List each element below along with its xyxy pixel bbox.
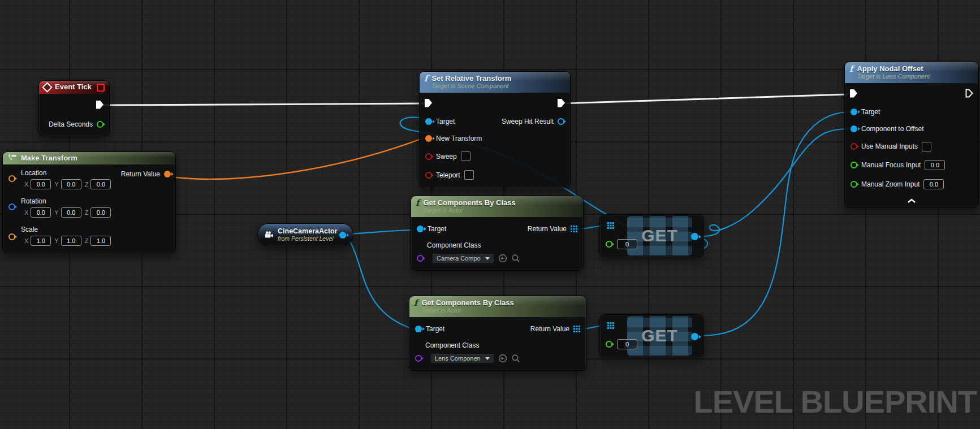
scale-z-field[interactable]: 1.0: [90, 236, 111, 246]
location-x-field[interactable]: 0.0: [31, 179, 51, 189]
component-class-dropdown[interactable]: Camera Compo: [432, 253, 494, 263]
axis-label-x: X: [24, 237, 28, 244]
pin-label: Return Value: [530, 325, 569, 333]
target-input-pin[interactable]: [415, 326, 422, 332]
use-manual-inputs-checkbox[interactable]: [922, 142, 931, 151]
new-transform-input-pin[interactable]: [425, 135, 432, 142]
node-header[interactable]: Make Transform: [3, 152, 175, 164]
node-title: Event Tick: [55, 83, 92, 91]
node-get-components-by-class-camera[interactable]: f Get Components By Class Target is Acto…: [411, 196, 584, 271]
use-selected-icon[interactable]: [498, 254, 507, 263]
index-input-pin[interactable]: [606, 241, 612, 248]
pin-label: New Transform: [436, 135, 482, 142]
graph-canvas[interactable]: Event Tick Delta Seconds Make Transform …: [0, 0, 980, 429]
node-header[interactable]: f Apply Nodal Offset Target is Lens Comp…: [845, 62, 978, 83]
rotation-y-field[interactable]: 0.0: [61, 207, 81, 218]
wire-cine-getcomplens: [344, 234, 413, 329]
target-input-pin[interactable]: [417, 226, 424, 232]
component-to-offset-input-pin[interactable]: [851, 125, 857, 132]
scale-y-field[interactable]: 1.0: [61, 236, 81, 246]
pin-label: Manual Zoom Input: [861, 180, 919, 188]
component-class-input-pin[interactable]: [415, 355, 422, 362]
target-input-pin[interactable]: [851, 109, 857, 115]
browse-search-icon[interactable]: [511, 254, 520, 263]
teleport-input-pin[interactable]: [425, 172, 432, 179]
location-input-pin[interactable]: [8, 175, 15, 182]
element-output-pin[interactable]: [691, 233, 698, 240]
node-header[interactable]: f Get Components By Class Target is Acto…: [411, 196, 583, 217]
node-title: Set Relative Transform: [431, 74, 511, 83]
rotation-input-pin[interactable]: [8, 203, 15, 210]
node-set-relative-transform[interactable]: f Set Relative Transform Target is Scene…: [419, 71, 571, 188]
node-cine-camera-actor[interactable]: CineCameraActor from Persistent Level: [257, 223, 353, 246]
exec-input-pin[interactable]: [850, 89, 857, 98]
node-title: Get Components By Class: [423, 198, 515, 207]
exec-output-pin[interactable]: [96, 101, 103, 109]
pin-label: Sweep: [436, 153, 457, 161]
axis-label-x: X: [24, 181, 28, 188]
node-subtitle: from Persistent Level: [278, 235, 338, 242]
sweep-input-pin[interactable]: [425, 153, 432, 160]
pin-label: Target: [426, 325, 444, 333]
component-class-dropdown[interactable]: Lens Componen: [430, 353, 494, 363]
pin-label: Component Class: [427, 241, 481, 249]
element-output-pin[interactable]: [691, 333, 698, 340]
delta-seconds-output-pin[interactable]: [97, 121, 103, 128]
function-icon: f: [416, 199, 419, 207]
node-title: Get Components By Class: [421, 298, 513, 307]
node-apply-nodal-offset[interactable]: f Apply Nodal Offset Target is Lens Comp…: [844, 62, 979, 208]
exec-input-pin[interactable]: [425, 99, 432, 107]
chevron-down-icon: [485, 257, 490, 260]
pin-label: Component to Offset: [861, 125, 924, 133]
axis-label-z: Z: [85, 209, 89, 216]
rotation-x-field[interactable]: 0.0: [31, 207, 51, 218]
manual-zoom-field[interactable]: 0.0: [923, 179, 944, 189]
level-blueprint-watermark: LEVEL BLUEPRINT: [694, 383, 977, 420]
array-input-pin[interactable]: [607, 222, 614, 229]
node-header[interactable]: f Set Relative Transform Target is Scene…: [420, 72, 570, 93]
manual-zoom-input-pin[interactable]: [851, 181, 857, 188]
scale-x-field[interactable]: 1.0: [31, 236, 51, 246]
target-input-pin[interactable]: [425, 118, 432, 125]
index-field[interactable]: 0: [617, 339, 637, 349]
actor-output-pin[interactable]: [339, 232, 346, 239]
axis-label-y: Y: [54, 209, 58, 216]
use-selected-icon[interactable]: [498, 354, 507, 363]
node-get-components-by-class-lens[interactable]: f Get Components By Class Target is Acto…: [409, 296, 586, 371]
node-array-get-camera[interactable]: GET 0: [599, 214, 704, 257]
teleport-checkbox[interactable]: [464, 170, 474, 180]
node-array-get-lens[interactable]: GET 0: [599, 314, 704, 357]
wire-exec-tick-setrel: [103, 103, 425, 105]
index-input-pin[interactable]: [606, 341, 612, 348]
scale-input-pin[interactable]: [8, 233, 15, 240]
wire-getcam-apply-offset: [694, 129, 849, 236]
browse-search-icon[interactable]: [511, 354, 520, 363]
location-y-field[interactable]: 0.0: [61, 179, 81, 189]
index-field[interactable]: 0: [617, 239, 637, 249]
exec-output-pin[interactable]: [965, 89, 973, 98]
return-value-array-output-pin[interactable]: [573, 326, 580, 332]
camera-icon: [265, 231, 274, 239]
rotation-z-field[interactable]: 0.0: [90, 207, 111, 218]
axis-label-y: Y: [54, 237, 58, 244]
sweep-checkbox[interactable]: [461, 151, 470, 161]
use-manual-inputs-pin[interactable]: [851, 143, 857, 150]
event-diamond-icon: [42, 82, 52, 92]
exec-output-pin[interactable]: [558, 99, 565, 107]
node-make-transform[interactable]: Make Transform Return Value Location X0.…: [2, 151, 176, 253]
manual-focus-field[interactable]: 0.0: [925, 160, 945, 170]
sweep-hit-result-output-pin[interactable]: [558, 118, 564, 125]
manual-focus-input-pin[interactable]: [851, 162, 857, 168]
axis-label-y: Y: [54, 181, 58, 188]
pin-label: Delta Seconds: [49, 120, 93, 128]
node-event-tick[interactable]: Event Tick Delta Seconds: [38, 80, 110, 136]
node-header[interactable]: f Get Components By Class Target is Acto…: [409, 296, 586, 317]
function-icon: f: [414, 299, 417, 307]
component-class-input-pin[interactable]: [417, 255, 424, 262]
return-value-array-output-pin[interactable]: [571, 226, 577, 232]
make-struct-icon: [8, 154, 17, 161]
location-z-field[interactable]: 0.0: [90, 179, 111, 189]
node-header[interactable]: Event Tick: [39, 81, 109, 94]
collapse-chevron-icon[interactable]: [907, 198, 916, 203]
array-input-pin[interactable]: [607, 322, 614, 329]
